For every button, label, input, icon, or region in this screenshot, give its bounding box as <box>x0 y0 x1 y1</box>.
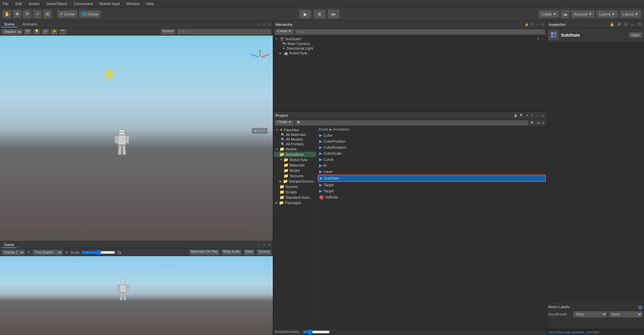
cloud-btn[interactable]: ☁ <box>561 10 569 18</box>
inspector-menu-btn[interactable]: ☰ <box>623 22 629 27</box>
scene-light-btn[interactable]: 💡 <box>33 29 40 35</box>
hierarchy-settings-btn[interactable]: ☰ <box>537 37 540 41</box>
shaded-dropdown[interactable]: Shaded <box>1 29 23 35</box>
layers-btn[interactable]: Layers ▼ <box>596 10 618 18</box>
textures-folder[interactable]: 📁 Textures <box>274 173 316 179</box>
game-tab[interactable]: Game <box>1 242 17 248</box>
hierarchy-search[interactable] <box>295 29 545 35</box>
inspector-expand-btn[interactable]: ⊡ <box>637 22 642 27</box>
scene-cam-btn[interactable]: 📷 <box>59 29 67 35</box>
curve-asset[interactable]: ▶ Curve <box>318 156 546 162</box>
asset-bundle-dropdown[interactable]: None <box>573 311 607 318</box>
inspector-minimize-btn[interactable]: — <box>630 22 636 27</box>
model-folder[interactable]: 📁 Model <box>274 168 316 173</box>
project-search-icon-btn[interactable]: 🔍 <box>519 114 524 117</box>
collab-btn[interactable]: Collab ▼ <box>538 10 559 18</box>
play-button[interactable]: ▶ <box>299 9 311 19</box>
hierarchy-create-btn[interactable]: Create ▼ <box>275 29 294 35</box>
robot-kyle-folder[interactable]: ▼ 📂 Robot Kyle <box>274 157 316 162</box>
project-star-btn[interactable]: ★ <box>525 114 529 117</box>
center-btn[interactable]: ⊙Center <box>57 10 78 18</box>
project-search-input[interactable] <box>295 120 528 126</box>
animator-tab[interactable]: Animator <box>20 21 40 28</box>
asset-labels-btn[interactable]: ⊕ <box>638 304 643 311</box>
project-search-icon[interactable]: 🔍 <box>530 121 535 125</box>
menu-edit[interactable]: Edit <box>14 1 23 6</box>
cube-scale-asset[interactable]: ▶ CubeScale <box>318 150 546 156</box>
project-nav-btn[interactable]: ◀ <box>536 121 540 125</box>
upbody-asset[interactable]: ⬤ UpBody <box>318 194 546 200</box>
hierarchy-minimize-btn[interactable]: — <box>535 23 540 26</box>
game-gizmos-btn[interactable]: Gizmos <box>257 249 271 255</box>
all-prefabs-item[interactable]: 🔍 All Prefabs <box>274 142 316 146</box>
scene-expand-btn[interactable]: ⊡ <box>262 23 266 26</box>
scene-search[interactable] <box>177 29 271 35</box>
scene-viewport[interactable]: ✴ <box>0 36 273 241</box>
move-tool-btn[interactable]: ✥ <box>13 10 22 18</box>
project-menu-btn[interactable]: ☰ <box>530 114 534 117</box>
pause-button[interactable]: ⏸ <box>313 9 326 19</box>
menu-component[interactable]: Component <box>72 1 94 6</box>
menu-mobile-input[interactable]: Mobile Input <box>98 1 121 6</box>
scene-tab[interactable]: Scene <box>1 21 17 28</box>
project-create-btn[interactable]: Create ▼ <box>275 120 294 126</box>
menu-file[interactable]: File <box>1 1 10 6</box>
inspector-lock-btn[interactable]: 🔒 <box>609 22 615 27</box>
gizmos-btn[interactable]: Gizmos <box>161 29 175 35</box>
display-dropdown[interactable]: Display 1 <box>1 249 25 255</box>
menu-assets[interactable]: Assets <box>27 1 41 6</box>
project-nav-fwd-btn[interactable]: ★ <box>541 121 545 125</box>
animations-folder[interactable]: 📂 Animations <box>274 152 316 157</box>
game-expand-btn[interactable]: ⊡ <box>262 243 266 247</box>
cube-rotation-asset[interactable]: ▶ CubeRotation <box>318 144 546 150</box>
global-btn[interactable]: 🌐Global <box>79 10 101 18</box>
samplescenes-folder[interactable]: ▶ 📁 SampleScenes <box>274 179 316 184</box>
mute-audio-btn[interactable]: Mute Audio <box>221 249 242 255</box>
stats-btn[interactable]: Stats <box>244 249 255 255</box>
target-asset-1[interactable]: ▶ Target <box>318 182 546 188</box>
all-models-item[interactable]: 🔍 All Models <box>274 137 316 142</box>
project-minimize-btn[interactable]: — <box>535 114 540 117</box>
hierarchy-close-btn[interactable]: — <box>542 37 545 41</box>
scene-minimize-btn[interactable]: — <box>257 23 261 26</box>
scene-back-btn[interactable]: ◀ Back <box>252 128 267 134</box>
all-materials-item[interactable]: 🔍 All Materials <box>274 132 316 137</box>
target-asset-2[interactable]: ▶ Target <box>318 188 546 194</box>
hierarchy-menu-btn[interactable]: ☰ <box>530 23 534 26</box>
hierarchy-main-camera[interactable]: 📷 Main Camera <box>274 41 546 46</box>
inspector-open-btn[interactable]: Open <box>629 32 643 38</box>
hierarchy-expand-btn[interactable]: ⊡ <box>541 23 545 26</box>
substate-asset[interactable]: ▶ SubState <box>318 175 546 182</box>
menu-window[interactable]: Window <box>125 1 141 6</box>
layer-asset[interactable]: ▶ Layer <box>318 169 546 175</box>
breadcrumb-zoom[interactable] <box>303 330 330 334</box>
project-expand-btn[interactable]: ⊡ <box>541 114 545 117</box>
asset-variant-dropdown[interactable]: None <box>609 311 643 318</box>
game-minimize-btn[interactable]: — <box>257 243 261 247</box>
game-viewport[interactable] <box>0 256 273 335</box>
cube-asset[interactable]: ▶ Cube <box>318 132 546 138</box>
menu-help[interactable]: Help <box>145 1 155 6</box>
hierarchy-directional-light[interactable]: ☀ Directional Light <box>274 46 546 51</box>
scene-close-btn[interactable]: ✕ <box>267 23 271 26</box>
packages-folder[interactable]: ▶ 📁 Packages <box>274 200 316 205</box>
ik-asset[interactable]: ▶ IK <box>318 162 546 169</box>
aspect-dropdown[interactable]: Free Aspect <box>33 249 63 255</box>
maximize-on-play-btn[interactable]: Maximize On Play <box>189 249 220 255</box>
scale-slider[interactable] <box>82 250 115 254</box>
rect-tool-btn[interactable]: ⊞ <box>43 10 52 18</box>
hierarchy-robot-kyle[interactable]: ▶ 🤖 Robot Kyle <box>274 51 546 55</box>
cube-position-asset[interactable]: ▶ CubePosition <box>318 138 546 144</box>
standard-assets-folder[interactable]: 📁 Standard Asse... <box>274 195 316 200</box>
account-btn[interactable]: Account ▼ <box>571 10 595 18</box>
rotate-tool-btn[interactable]: ⟳ <box>23 10 32 18</box>
hierarchy-lock-btn[interactable]: 🔒 <box>524 23 529 26</box>
menu-gameobject[interactable]: GameObject <box>45 1 69 6</box>
scripts-folder[interactable]: 📁 Scripts <box>274 189 316 195</box>
project-lock-btn[interactable]: 🔒 <box>513 114 518 117</box>
2d-btn[interactable]: 2D <box>24 29 32 35</box>
hand-tool-btn[interactable]: ✋ <box>3 10 11 18</box>
scale-tool-btn[interactable]: ⤢ <box>33 10 42 18</box>
step-button[interactable]: ⏭ <box>328 9 340 19</box>
assets-root[interactable]: ▼ 📁 Assets <box>274 146 316 152</box>
